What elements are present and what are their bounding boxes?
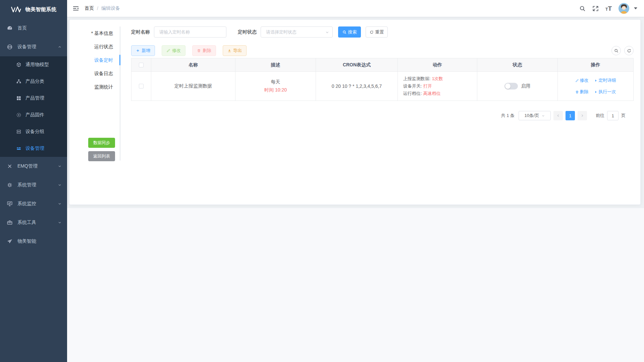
cell-cron: 0 20 10 ? * 1,2,3,4,5,6,7 (316, 72, 398, 101)
tab-run-status[interactable]: 运行状态 (76, 40, 120, 53)
search-icon[interactable] (579, 5, 586, 12)
chevron-up-icon (58, 45, 62, 49)
pagination: 共 1 条 10条/页 1 前 (131, 111, 634, 120)
tab-device-log[interactable]: 设备日志 (76, 67, 120, 80)
tab-device-timer[interactable]: 设备定时 (76, 53, 120, 67)
chevron-down-icon (58, 221, 62, 225)
timer-status-label: 定时状态 (238, 29, 257, 35)
sidebar-item-device-mgmt-sub[interactable]: 设备管理 (0, 140, 67, 157)
back-to-list-button[interactable]: 返回列表 (88, 151, 115, 161)
avatar[interactable] (619, 3, 629, 14)
goto-page-input[interactable] (607, 111, 619, 120)
row-edit-link[interactable]: 修改 (575, 77, 589, 83)
sidebar-item-device-group[interactable]: 设备分组 (0, 123, 67, 140)
col-header-ops: 操作 (558, 58, 634, 72)
desc-frequency: 每天 (235, 79, 316, 85)
tab-basic-info[interactable]: * 基本信息 (76, 26, 120, 40)
sidebar-item-device-mgmt[interactable]: 设备管理 (0, 38, 67, 56)
fullscreen-icon[interactable] (592, 5, 599, 12)
dashboard-icon (7, 25, 13, 31)
goto-label: 前往 (596, 113, 604, 119)
show-search-toggle-button[interactable] (611, 46, 621, 55)
sidebar-item-label: 产品分类 (25, 78, 62, 84)
timer-name-input[interactable] (154, 26, 226, 38)
page-unit-label: 页 (621, 113, 626, 119)
page-size-select[interactable]: 10条/页 (519, 111, 551, 120)
action-value: 1次数 (432, 76, 443, 81)
search-icon (614, 49, 619, 53)
row-timer-detail-link[interactable]: 定时详细 (594, 77, 616, 83)
refresh-icon (627, 49, 631, 53)
device-tabs-column: * 基本信息 运行状态 设备定时 设备日志 监测统计 数据同步 返回列表 (76, 26, 126, 198)
sitemap-icon (16, 79, 21, 84)
caret-down-icon[interactable] (634, 7, 637, 9)
table-tools (611, 46, 634, 55)
sidebar-item-product-firmware[interactable]: 产品固件 (0, 107, 67, 123)
export-button-label: 导出 (233, 48, 242, 54)
table-row: 定时上报监测数据 每天 时间 10:20 0 20 10 ? * 1,2,3,4… (131, 72, 634, 101)
col-header-action: 动作 (398, 58, 477, 72)
firmware-disc-icon (16, 112, 21, 118)
reset-button[interactable]: 重置 (366, 26, 388, 38)
row-delete-link[interactable]: 删除 (575, 89, 589, 95)
font-size-icon[interactable]: TT (605, 5, 612, 12)
sidebar-item-home[interactable]: 首页 (0, 19, 67, 38)
timer-status-placeholder: 请选择定时状态 (266, 29, 297, 35)
sidebar-item-label: 首页 (17, 25, 62, 31)
export-button[interactable]: 导出 (223, 45, 247, 56)
breadcrumb-home[interactable]: 首页 (85, 5, 94, 11)
search-button[interactable]: 搜索 (338, 26, 361, 38)
edit-button[interactable]: 修改 (162, 45, 185, 56)
app-logo[interactable]: 物美智能系统 (0, 0, 67, 19)
sidebar-item-sys-mgmt[interactable]: 系统管理 (0, 176, 67, 194)
data-sync-button[interactable]: 数据同步 (88, 138, 115, 148)
toolbox-icon (7, 220, 13, 226)
main-area: 首页 / 编辑设备 TT (67, 0, 644, 362)
sidebar-item-sys-tools[interactable]: 系统工具 (0, 213, 67, 232)
breadcrumb-separator: / (97, 6, 98, 11)
breadcrumb-current: 编辑设备 (101, 5, 120, 11)
chevron-left-icon (556, 114, 560, 118)
sidebar-item-sys-monitor[interactable]: 系统监控 (0, 194, 67, 213)
emq-cross-icon (7, 163, 13, 169)
cell-actions: 上报监测数据:1次数 设备开关:打开 运行档位:高速档位 (398, 72, 477, 101)
add-button-label: 新增 (142, 48, 150, 54)
edit-button-label: 修改 (172, 48, 181, 54)
desc-time: 时间 10:20 (235, 87, 316, 93)
timer-table: 名称 描述 CRON表达式 动作 状态 操作 (131, 58, 634, 101)
sidebar-item-label: 设备管理 (17, 44, 58, 50)
topbar-right: TT (579, 3, 637, 14)
caret-right-icon (594, 79, 598, 82)
status-toggle[interactable] (504, 83, 518, 89)
sidebar-item-label: 产品管理 (25, 95, 62, 101)
tab-monitor-stats[interactable]: 监测统计 (76, 80, 120, 94)
trash-icon (575, 90, 579, 94)
side-action-buttons: 数据同步 返回列表 (76, 138, 120, 161)
prev-page-button[interactable] (553, 111, 563, 120)
page-number-button[interactable]: 1 (566, 111, 575, 120)
action-label: 上报监测数据: (403, 76, 431, 81)
breadcrumb: 首页 / 编辑设备 (85, 5, 120, 11)
sidebar-item-product-category[interactable]: 产品分类 (0, 73, 67, 90)
sidebar-item-wumei-smart[interactable]: 物美智能 (0, 232, 67, 251)
filter-row: 定时名称 定时状态 请选择定时状态 搜索 (131, 26, 634, 38)
col-header-cron: CRON表达式 (316, 58, 398, 72)
row-run-once-link[interactable]: 执行一次 (594, 89, 616, 95)
refresh-icon (370, 30, 374, 34)
add-button[interactable]: 新增 (131, 45, 155, 56)
timer-status-select[interactable]: 请选择定时状态 (261, 26, 333, 38)
sidebar-item-general-model[interactable]: 通用物模型 (0, 56, 67, 73)
grid-icon (16, 96, 21, 101)
content-bottom (67, 208, 644, 362)
pencil-icon (575, 79, 579, 82)
cell-desc: 每天 时间 10:20 (235, 72, 316, 101)
next-page-button[interactable] (578, 111, 587, 120)
delete-button[interactable]: 删除 (192, 45, 216, 56)
sidebar-item-product-mgmt[interactable]: 产品管理 (0, 90, 67, 107)
sidebar-item-emq-mgmt[interactable]: EMQ管理 (0, 157, 67, 176)
select-all-checkbox[interactable] (139, 63, 144, 67)
row-checkbox[interactable] (139, 84, 144, 88)
sidebar-item-label: 通用物模型 (25, 62, 62, 68)
refresh-table-button[interactable] (624, 46, 634, 55)
sidebar-fold-icon[interactable] (72, 5, 79, 12)
